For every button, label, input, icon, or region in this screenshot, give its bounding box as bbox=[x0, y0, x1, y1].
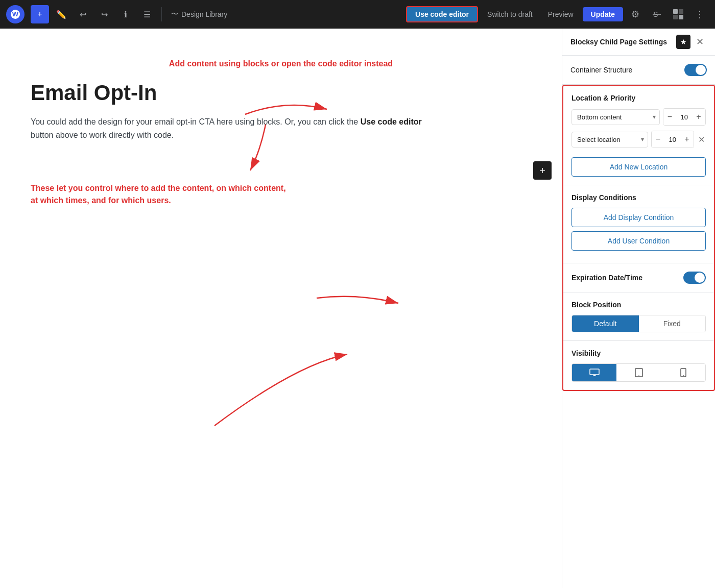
main-layout: Add content using blocks or open the cod… bbox=[0, 29, 715, 588]
expiration-row: Expiration Date/Time bbox=[571, 272, 706, 284]
mobile-icon bbox=[680, 368, 686, 377]
preview-button[interactable]: Preview bbox=[542, 7, 580, 21]
add-block-inline-button[interactable]: + bbox=[533, 161, 552, 180]
svg-rect-4 bbox=[673, 9, 678, 14]
visibility-tablet-button[interactable] bbox=[616, 364, 661, 381]
design-library-button[interactable]: 〜 Design Library bbox=[167, 8, 231, 21]
edit-tool-button[interactable]: ✏️ bbox=[52, 5, 70, 23]
expiration-label: Expiration Date/Time bbox=[571, 274, 642, 282]
bottom-content-select[interactable]: Bottom content bbox=[571, 109, 660, 125]
sidebar-header: Blocksy Child Page Settings ★ ✕ bbox=[562, 29, 715, 56]
design-library-icon: 〜 bbox=[171, 10, 178, 19]
settings-icon-button[interactable]: ⚙ bbox=[626, 5, 645, 23]
svg-point-13 bbox=[638, 375, 639, 376]
svg-rect-5 bbox=[679, 9, 683, 14]
container-structure-label: Container Structure bbox=[570, 66, 632, 74]
expiration-toggle[interactable] bbox=[683, 272, 706, 284]
display-conditions-section: Display Conditions Add Display Condition… bbox=[563, 185, 714, 263]
visibility-title: Visibility bbox=[571, 349, 706, 357]
undo-button[interactable]: ↩ bbox=[74, 5, 92, 23]
expiration-section: Expiration Date/Time bbox=[563, 263, 714, 292]
select-location-row: Select location − 10 + ✕ bbox=[571, 131, 706, 148]
bottom-content-decrement[interactable]: − bbox=[663, 109, 677, 125]
toggle-knob-expiration bbox=[695, 273, 705, 283]
location-priority-section: Location & Priority Bottom content − 10 … bbox=[563, 86, 714, 185]
position-toggle-group: Default Fixed bbox=[571, 315, 706, 332]
svg-rect-6 bbox=[673, 15, 678, 19]
sidebar-title: Blocksy Child Page Settings bbox=[570, 38, 667, 46]
select-location-decrement[interactable]: − bbox=[652, 131, 665, 148]
redo-button[interactable]: ↪ bbox=[95, 5, 113, 23]
add-block-button[interactable]: + bbox=[31, 5, 49, 23]
svg-point-15 bbox=[683, 375, 684, 376]
position-fixed-button[interactable]: Fixed bbox=[639, 315, 706, 332]
sidebar-close-button[interactable]: ✕ bbox=[693, 35, 707, 49]
visibility-desktop-button[interactable] bbox=[572, 364, 616, 381]
container-structure-section: Container Structure bbox=[562, 56, 715, 85]
blocksy-icon-button[interactable] bbox=[669, 5, 687, 23]
arrows-decoration bbox=[0, 29, 562, 588]
tablet-icon bbox=[635, 368, 643, 377]
toolbar-divider bbox=[161, 7, 162, 21]
toolbar: W + ✏️ ↩ ↪ ℹ ☰ 〜 Design Library Use code… bbox=[0, 0, 715, 29]
location-priority-title: Location & Priority bbox=[571, 94, 706, 102]
add-new-location-button[interactable]: Add New Location bbox=[571, 157, 706, 177]
toggle-knob bbox=[696, 65, 706, 75]
container-structure-toggle[interactable] bbox=[684, 64, 707, 76]
design-library-label: Design Library bbox=[181, 10, 227, 18]
svg-text:W: W bbox=[12, 10, 19, 18]
list-view-button[interactable]: ☰ bbox=[138, 5, 156, 23]
bottom-content-row: Bottom content − 10 + bbox=[571, 108, 706, 126]
select-location-number-control: − 10 + bbox=[651, 131, 694, 148]
update-button[interactable]: Update bbox=[583, 7, 623, 21]
annotation-top: Add content using blocks or open the cod… bbox=[31, 59, 531, 68]
select-location-wrapper: Select location bbox=[571, 132, 648, 148]
svg-rect-7 bbox=[679, 15, 683, 19]
sidebar-header-actions: ★ ✕ bbox=[676, 35, 707, 49]
add-user-condition-button[interactable]: Add User Condition bbox=[571, 231, 706, 251]
container-structure-row: Container Structure bbox=[570, 64, 707, 76]
select-location-remove-button[interactable]: ✕ bbox=[697, 134, 706, 145]
visibility-mobile-button[interactable] bbox=[661, 364, 705, 381]
add-display-condition-button[interactable]: Add Display Condition bbox=[571, 208, 706, 227]
block-position-section: Block Position Default Fixed bbox=[563, 292, 714, 340]
more-options-button[interactable]: ⋮ bbox=[690, 5, 709, 23]
bottom-content-number-control: − 10 + bbox=[663, 108, 706, 126]
sidebar-star-button[interactable]: ★ bbox=[676, 35, 690, 49]
switch-to-draft-button[interactable]: Switch to draft bbox=[481, 7, 539, 21]
sidebar: Blocksy Child Page Settings ★ ✕ Containe… bbox=[562, 29, 715, 588]
bottom-content-select-wrapper: Bottom content bbox=[571, 109, 660, 125]
wp-logo[interactable]: W bbox=[6, 5, 25, 23]
block-position-title: Block Position bbox=[571, 301, 706, 309]
visibility-toggle-group bbox=[571, 363, 706, 382]
bottom-content-value: 10 bbox=[677, 113, 692, 121]
use-code-editor-button[interactable]: Use code editor bbox=[406, 6, 478, 22]
select-location-value: 10 bbox=[665, 136, 680, 143]
visibility-section: Visibility bbox=[563, 340, 714, 390]
red-panel: Location & Priority Bottom content − 10 … bbox=[562, 85, 715, 391]
page-title: Email Opt-In bbox=[31, 81, 531, 105]
display-conditions-title: Display Conditions bbox=[571, 193, 706, 202]
select-location-increment[interactable]: + bbox=[680, 131, 694, 148]
strikethrough-icon-button[interactable]: S bbox=[648, 5, 666, 23]
select-location-select[interactable]: Select location bbox=[571, 132, 648, 148]
svg-rect-9 bbox=[590, 369, 599, 375]
position-default-button[interactable]: Default bbox=[572, 315, 639, 332]
editor-area: Add content using blocks or open the cod… bbox=[0, 29, 562, 588]
bottom-content-increment[interactable]: + bbox=[692, 109, 705, 125]
annotation-bottom: These let you control where to add the c… bbox=[31, 182, 286, 207]
info-button[interactable]: ℹ bbox=[116, 5, 135, 23]
desktop-icon bbox=[589, 369, 600, 377]
page-body: You could add the design for your email … bbox=[31, 115, 439, 141]
